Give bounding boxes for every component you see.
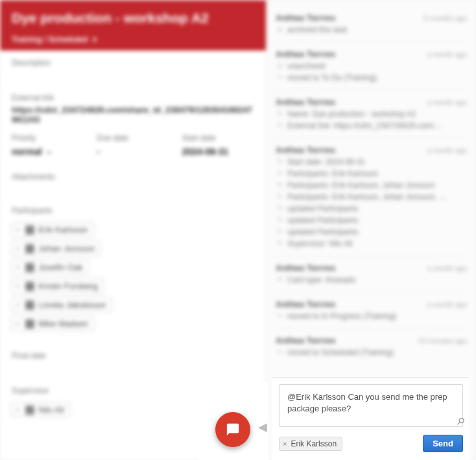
- feed-line: ✎updated Participants: [276, 227, 467, 236]
- feed-text: updated Participants: [287, 216, 358, 225]
- feed-text: Supervisor: Nils Alt: [287, 239, 353, 248]
- edit-icon: ✎: [276, 204, 283, 213]
- move-icon: ↪: [276, 312, 283, 320]
- card-title: Dye production - workshop A2: [12, 10, 254, 26]
- edit-icon: ✎: [276, 239, 283, 247]
- avatar-icon: [25, 263, 34, 272]
- description-label: Description: [0, 51, 266, 70]
- participant-name: Linnéa Jakobsson: [38, 300, 106, 310]
- remove-icon[interactable]: ×: [14, 225, 21, 235]
- move-icon: ↪: [276, 348, 283, 356]
- meta-row: Priority normal Due date - Start date 20…: [0, 133, 266, 157]
- feed-author: Anthea Torrres: [276, 263, 335, 273]
- feed-author: Anthea Torrres: [276, 336, 335, 345]
- participant-chip[interactable]: ×Kristin Forsberg: [11, 279, 104, 293]
- avatar-icon: [25, 319, 34, 328]
- edit-icon: ✎: [276, 275, 283, 284]
- feed-line: ✎Start date: 2024-08-31: [276, 157, 467, 167]
- feed-line: ✎Name: Dye production - workshop A2: [276, 109, 467, 119]
- mention-name: Erik Karlsson: [291, 439, 337, 448]
- feed-time: 5 months ago: [423, 14, 467, 22]
- remove-icon[interactable]: ×: [14, 263, 21, 272]
- attachments-label: Attachments: [0, 165, 266, 184]
- feed-author: Anthea Torrres: [276, 97, 335, 107]
- feed-text: updated Participants: [287, 227, 358, 236]
- avatar-icon: [25, 225, 34, 235]
- edit-icon: ✎: [276, 157, 283, 166]
- archive-icon: ⊘: [276, 25, 283, 34]
- edit-icon: ✎: [276, 169, 283, 178]
- feed-item: Anthea Torrres5 months ago⊘archived this…: [276, 6, 467, 43]
- feed-text: updated Participants: [287, 204, 358, 213]
- participant-name: Kristin Forsberg: [38, 281, 98, 291]
- feed-author: Anthea Torrres: [276, 145, 335, 155]
- final-date-label: Final date: [0, 343, 266, 363]
- feed-text: Start date: 2024-08-31: [287, 157, 365, 167]
- avatar-icon: [25, 406, 34, 415]
- remove-icon[interactable]: ×: [14, 406, 21, 415]
- feed-time: a month ago: [427, 146, 467, 154]
- feed-text: Participants: Erik Karlsson: [287, 169, 378, 178]
- feed-text: unarchived: [287, 62, 326, 71]
- participant-chip[interactable]: ×Johan Jonsson: [11, 241, 101, 256]
- start-date-value[interactable]: 2024-08-31: [182, 146, 254, 157]
- edit-icon: ✎: [276, 192, 283, 201]
- feed-line: ✎updated Participants: [276, 204, 467, 213]
- feed-text: Participants: Erik Karlsson, Johan Jonss…: [287, 192, 447, 201]
- comment-input[interactable]: [279, 384, 463, 427]
- remove-icon[interactable]: ×: [14, 282, 21, 291]
- feed-text: Name: Dye production - workshop A2: [287, 109, 416, 119]
- feed-time: a month ago: [427, 264, 467, 272]
- participant-chip[interactable]: ×Erik Karlsson: [11, 222, 94, 237]
- avatar-icon: [25, 244, 34, 253]
- feed-line: ✎Participants: Erik Karlsson: [276, 169, 467, 178]
- feed-line: ✎updated Participants: [276, 216, 467, 225]
- feed-line: ⊘unarchived: [276, 62, 467, 71]
- task-detail-panel: Dye production - workshop A2 Training / …: [0, 0, 266, 460]
- mention-chip[interactable]: × Erik Karlsson: [279, 437, 342, 451]
- remove-icon[interactable]: ×: [14, 301, 21, 310]
- feed-item: Anthea Torrresa month ago↪moved to In Pr…: [276, 293, 467, 329]
- chevron-down-icon: ▾: [93, 35, 97, 44]
- feed-text: External link: https://cdni_234724829.co…: [287, 121, 442, 130]
- feed-item: Anthea Torrresa month ago⊘unarchived↪mov…: [276, 43, 467, 91]
- feed-text: Card type: Alvarado: [287, 275, 355, 284]
- collapse-chevron-icon[interactable]: ◀: [258, 420, 267, 434]
- feed-text: archived this task: [287, 25, 348, 34]
- send-button[interactable]: Send: [423, 435, 463, 452]
- remove-icon[interactable]: ×: [14, 319, 21, 328]
- feed-text: moved to To Do (Training): [287, 73, 377, 82]
- feed-time: a month ago: [427, 98, 467, 106]
- supervisor-chip[interactable]: ×Nils Alt: [11, 402, 70, 417]
- comment-fab[interactable]: [215, 412, 250, 447]
- feed-line: ✎Participants: Erik Karlsson, Johan Jons…: [276, 192, 467, 201]
- breadcrumb[interactable]: Training / Scheduled ▾: [12, 35, 254, 44]
- supervisor-label: Supervisor: [0, 378, 266, 398]
- participant-name: Johan Jonsson: [38, 244, 95, 253]
- breadcrumb-text: Training / Scheduled: [12, 35, 88, 44]
- feed-author: Anthea Torrres: [276, 49, 335, 59]
- avatar-icon: [25, 301, 34, 310]
- participant-chip[interactable]: ×Linnéa Jakobsson: [11, 297, 112, 312]
- due-date-value[interactable]: -: [97, 146, 169, 157]
- comment-composer: ⚲ × Erik Karlsson Send: [272, 377, 470, 460]
- remove-icon[interactable]: ×: [14, 244, 21, 253]
- avatar-icon: [25, 282, 34, 291]
- external-link-value[interactable]: https://cdni_234724829.com/share_id_2384…: [0, 105, 266, 130]
- edit-icon: ✎: [276, 121, 283, 130]
- priority-value[interactable]: normal: [12, 146, 84, 157]
- edit-icon: ✎: [276, 216, 283, 224]
- external-link-label: External link: [0, 86, 266, 105]
- participant-chip[interactable]: ×Mike Madsen: [11, 316, 94, 331]
- card-header: Dye production - workshop A2 Training / …: [0, 0, 266, 51]
- remove-mention-icon[interactable]: ×: [283, 440, 287, 448]
- feed-line: ✎Card type: Alvarado: [276, 275, 467, 284]
- feed-line: ↪moved to Scheduled (Training): [276, 348, 467, 357]
- participant-chip[interactable]: ×Josefin Oak: [11, 260, 89, 275]
- move-icon: ↪: [276, 73, 283, 82]
- edit-icon: ✎: [276, 227, 283, 236]
- feed-line: ↪moved to In Progress (Training): [276, 312, 467, 321]
- participant-name: Erik Karlsson: [38, 225, 88, 235]
- feed-author: Anthea Torrres: [276, 299, 335, 309]
- feed-author: Anthea Torrres: [276, 13, 335, 23]
